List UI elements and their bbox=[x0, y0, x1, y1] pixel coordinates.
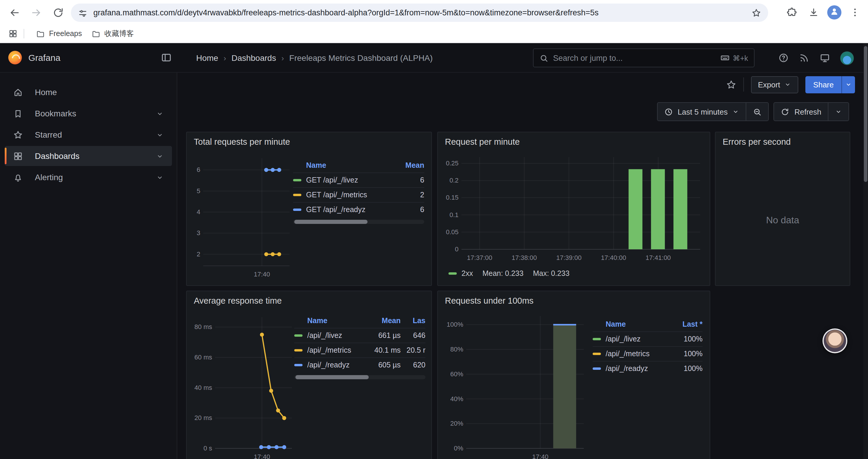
help-icon[interactable] bbox=[778, 53, 789, 63]
folder-icon bbox=[36, 29, 45, 38]
clock-icon bbox=[664, 107, 673, 116]
refresh-button[interactable]: Refresh bbox=[774, 103, 828, 121]
request-per-minute-chart[interactable]: 0.250.20.150.10.05017:37:0017:38:0017:39… bbox=[444, 153, 705, 265]
url-text[interactable]: grafana.mathmast.com/d/deytv4rwavabkb/fr… bbox=[93, 8, 752, 17]
panel-title[interactable]: Average response time bbox=[194, 296, 282, 305]
legend-row[interactable]: GET /api/_/readyz6 bbox=[293, 202, 424, 217]
legend-row[interactable]: /api/_/readyz100% bbox=[593, 361, 703, 376]
legend-column-header[interactable]: Mean bbox=[398, 161, 424, 169]
series-swatch bbox=[293, 208, 301, 211]
legend-row[interactable]: /api/_/readyz605 µs620 bbox=[294, 357, 426, 372]
svg-text:0.2: 0.2 bbox=[450, 177, 459, 184]
sidebar-toggle-icon[interactable] bbox=[161, 52, 172, 66]
legend-row[interactable]: /api/_/livez661 µs646 bbox=[294, 328, 426, 342]
bookmark-star-icon[interactable] bbox=[752, 8, 761, 18]
news-icon[interactable] bbox=[799, 53, 809, 63]
breadcrumb-item[interactable]: Home bbox=[196, 53, 218, 63]
share-menu-button[interactable] bbox=[841, 76, 855, 93]
favorite-dashboard-icon[interactable] bbox=[726, 79, 736, 90]
series-value: 2 bbox=[398, 191, 424, 199]
time-range-picker[interactable]: Last 5 minutes bbox=[658, 103, 746, 121]
svg-text:40 ms: 40 ms bbox=[194, 384, 212, 391]
average-response-chart[interactable]: 80 ms60 ms40 ms20 ms0 s17:40 bbox=[191, 311, 297, 459]
folder-icon bbox=[91, 29, 100, 38]
series-value: 100% bbox=[674, 364, 703, 373]
chevron-down-icon[interactable] bbox=[156, 131, 164, 138]
panel-total-requests: Total requests per minute 6543217:40 Nam… bbox=[186, 132, 432, 286]
panel-title[interactable]: Total requests per minute bbox=[194, 137, 290, 146]
total-requests-chart[interactable]: 6543217:40 bbox=[191, 153, 293, 281]
svg-text:0 s: 0 s bbox=[204, 445, 212, 452]
sidebar-item-label: Home bbox=[35, 88, 172, 97]
export-button[interactable]: Export bbox=[751, 76, 798, 93]
kiosk-monitor-icon[interactable] bbox=[819, 53, 830, 63]
back-icon[interactable] bbox=[6, 4, 23, 21]
bookmark-item[interactable]: Freeleaps bbox=[31, 27, 87, 40]
search-input[interactable] bbox=[553, 54, 720, 62]
series-name: GET /api/_/metrics bbox=[306, 191, 367, 199]
legend-scrollbar[interactable] bbox=[293, 220, 424, 224]
legend-column-header[interactable]: Mean bbox=[366, 317, 401, 325]
chevron-down-icon[interactable] bbox=[156, 109, 164, 117]
series-value: 661 µs bbox=[366, 331, 401, 340]
legend-row[interactable]: GET /api/_/livez6 bbox=[293, 172, 424, 187]
bell-icon bbox=[13, 172, 25, 182]
sidebar-item-starred[interactable]: Starred bbox=[5, 125, 172, 145]
zoom-out-button[interactable] bbox=[746, 103, 769, 121]
refresh-icon bbox=[781, 107, 790, 116]
svg-text:17:40: 17:40 bbox=[254, 453, 270, 459]
star-icon bbox=[13, 130, 25, 140]
forward-icon[interactable] bbox=[28, 4, 44, 21]
legend-scrollbar[interactable] bbox=[294, 375, 426, 379]
legend-scrollbar-thumb[interactable] bbox=[296, 375, 369, 379]
legend-header: NameMeanLas bbox=[294, 315, 426, 328]
extensions-icon[interactable] bbox=[783, 4, 800, 21]
panel-average-response-time: Average response time 80 ms60 ms40 ms20 … bbox=[186, 291, 432, 459]
breadcrumb-item[interactable]: Dashboards bbox=[231, 53, 276, 63]
legend-row[interactable]: /api/_/livez100% bbox=[593, 331, 703, 346]
url-bar[interactable]: grafana.mathmast.com/d/deytv4rwavabkb/fr… bbox=[71, 4, 768, 22]
browser-menu-icon[interactable] bbox=[847, 4, 863, 21]
grafana-profile-avatar[interactable] bbox=[840, 51, 854, 65]
legend-column-header[interactable]: Las bbox=[401, 317, 426, 325]
chevron-down-icon bbox=[733, 108, 740, 115]
sidebar-item-dashboards[interactable]: Dashboards bbox=[5, 146, 172, 166]
downloads-icon[interactable] bbox=[805, 4, 822, 21]
scrollbar-thumb[interactable] bbox=[864, 46, 867, 182]
sidebar-item-bookmarks[interactable]: Bookmarks bbox=[5, 103, 172, 124]
svg-text:17:40:00: 17:40:00 bbox=[601, 254, 626, 261]
chevron-down-icon[interactable] bbox=[156, 173, 164, 181]
under-100ms-chart[interactable]: 100%80%60%40%20%0%17:40 bbox=[444, 311, 589, 459]
panel-request-per-minute: Request per minute 0.250.20.150.10.05017… bbox=[437, 132, 710, 286]
series-swatch bbox=[593, 338, 601, 340]
bookmark-item[interactable]: 收藏博客 bbox=[87, 27, 138, 40]
page-scrollbar[interactable] bbox=[863, 43, 868, 459]
panel-title[interactable]: Requests under 100ms bbox=[445, 296, 533, 305]
panel-title[interactable]: Errors per second bbox=[723, 137, 791, 146]
search-box[interactable]: ⌘+k bbox=[533, 48, 754, 67]
dashboard-area: Export Share Last 5 minutes bbox=[177, 73, 868, 459]
legend-row[interactable]: GET /api/_/metrics2 bbox=[293, 187, 424, 202]
legend-scrollbar-thumb[interactable] bbox=[294, 220, 368, 224]
share-button[interactable]: Share bbox=[806, 76, 855, 93]
assistant-avatar[interactable] bbox=[823, 328, 847, 353]
chevron-down-icon[interactable] bbox=[156, 152, 164, 160]
series-swatch bbox=[448, 272, 457, 275]
grafana-logo-icon[interactable] bbox=[8, 51, 22, 64]
panel-title[interactable]: Request per minute bbox=[445, 137, 520, 146]
legend-row[interactable]: /api/_/metrics40.1 ms20.5 r bbox=[294, 342, 426, 357]
apps-grid-icon[interactable] bbox=[8, 29, 18, 38]
sidebar-item-home[interactable]: Home bbox=[5, 82, 172, 102]
browser-profile-avatar[interactable] bbox=[827, 5, 841, 20]
svg-text:20 ms: 20 ms bbox=[194, 414, 212, 422]
svg-text:17:37:00: 17:37:00 bbox=[467, 254, 493, 261]
legend-table: NameMeanLas/api/_/livez661 µs646/api/_/m… bbox=[294, 315, 426, 379]
reload-icon[interactable] bbox=[50, 4, 66, 21]
legend-column-header[interactable]: Last * bbox=[674, 320, 703, 328]
legend-line[interactable]: 2xx Mean: 0.233 Max: 0.233 bbox=[448, 269, 569, 277]
sidebar-item-alerting[interactable]: Alerting bbox=[5, 167, 172, 187]
svg-text:0: 0 bbox=[455, 245, 459, 253]
site-settings-icon[interactable] bbox=[78, 8, 88, 18]
refresh-interval-button[interactable] bbox=[828, 103, 848, 121]
legend-row[interactable]: /api/_/metrics100% bbox=[593, 346, 703, 361]
